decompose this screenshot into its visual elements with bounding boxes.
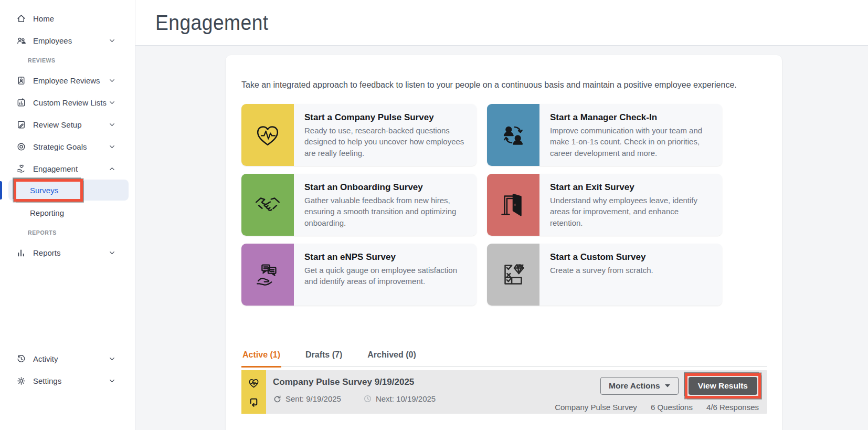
tile-company-pulse-survey[interactable]: Start a Company Pulse Survey Ready to us… <box>241 104 477 166</box>
tile-description: Gather valuable feedback from new hires,… <box>304 195 466 228</box>
sidebar-item-custom-review-lists[interactable]: Custom Review Lists <box>0 91 135 113</box>
sidebar-item-label: Reporting <box>30 208 64 217</box>
tile-enps-survey[interactable]: Start an eNPS Survey Get a quick gauge o… <box>241 244 477 306</box>
review-list-chart-icon <box>16 98 26 108</box>
target-icon <box>16 142 26 152</box>
handshake-icon <box>241 174 294 236</box>
pulse-heart-small-icon <box>247 376 260 390</box>
sidebar-item-engagement[interactable]: Engagement <box>0 158 135 180</box>
sidebar-item-home[interactable]: Home <box>0 7 135 29</box>
response-count: 4/6 Responses <box>706 403 759 412</box>
sidebar-item-label: Engagement <box>33 164 108 173</box>
bar-chart-icon <box>16 248 26 258</box>
view-results-button[interactable]: View Results <box>689 377 757 395</box>
tab-active[interactable]: Active (1) <box>241 345 281 368</box>
tile-title: Start a Manager Check-In <box>550 112 712 123</box>
tab-archived[interactable]: Archived (0) <box>366 345 417 366</box>
sidebar-item-reporting[interactable]: Reporting <box>0 202 135 224</box>
chevron-down-icon <box>108 99 116 107</box>
survey-type-label: Company Pulse Survey <box>555 403 637 412</box>
engagement-card: Take an integrated approach to feedback … <box>226 55 782 430</box>
page-header: Engagement <box>135 0 868 46</box>
chevron-down-icon <box>108 249 116 257</box>
tile-description: Get a quick gauge on employee satisfacti… <box>304 265 466 287</box>
sidebar-item-label: Surveys <box>30 186 58 195</box>
survey-tabs: Active (1) Drafts (7) Archived (0) <box>241 345 767 367</box>
tile-description: Improve communication with your team and… <box>550 125 712 159</box>
refresh-icon <box>273 394 282 403</box>
chevron-down-icon <box>108 377 116 385</box>
clock-icon <box>363 394 372 403</box>
question-count: 6 Questions <box>651 403 693 412</box>
tile-description: Understand why employees leave, identify… <box>550 195 712 228</box>
sidebar: Home Employees REVIEWS Employee Reviews … <box>0 0 135 430</box>
tile-title: Start a Custom Survey <box>550 252 712 263</box>
badge-icon <box>16 76 26 86</box>
exit-door-icon <box>487 174 539 236</box>
tile-title: Start an eNPS Survey <box>304 252 466 263</box>
more-actions-button[interactable]: More Actions <box>600 377 679 395</box>
tile-title: Start a Company Pulse Survey <box>304 112 466 123</box>
sidebar-item-label: Reports <box>33 248 108 257</box>
sidebar-item-label: Employees <box>33 36 108 45</box>
sidebar-item-employees[interactable]: Employees <box>0 29 135 51</box>
chevron-down-icon <box>108 355 116 363</box>
page-title: Engagement <box>155 11 269 35</box>
tab-drafts[interactable]: Drafts (7) <box>304 345 343 366</box>
clipboard-pencil-icon <box>16 120 26 130</box>
chevron-down-icon <box>108 143 116 151</box>
sidebar-item-review-setup[interactable]: Review Setup <box>0 113 135 135</box>
next-date: Next: 10/19/2025 <box>376 394 436 403</box>
sidebar-item-label: Custom Review Lists <box>33 98 108 107</box>
caret-down-icon <box>665 384 670 387</box>
sidebar-item-label: Settings <box>33 376 108 385</box>
tile-description: Create a survey from scratch. <box>550 265 712 276</box>
survey-row-type-strip <box>241 370 266 414</box>
hand-heart-icon <box>16 164 26 174</box>
sidebar-item-reports[interactable]: Reports <box>0 242 135 264</box>
repeat-icon <box>248 396 259 407</box>
tile-exit-survey[interactable]: Start an Exit Survey Understand why empl… <box>487 174 722 236</box>
tile-manager-check-in[interactable]: Start a Manager Check-In Improve communi… <box>487 104 722 166</box>
sidebar-item-label: Employee Reviews <box>33 76 108 85</box>
custom-survey-icon <box>487 244 539 306</box>
sidebar-item-strategic-goals[interactable]: Strategic Goals <box>0 135 135 158</box>
sidebar-item-label: Home <box>33 14 116 23</box>
main-content: Take an integrated approach to feedback … <box>135 46 868 430</box>
enps-feedback-icon <box>241 244 294 306</box>
sidebar-item-employee-reviews[interactable]: Employee Reviews <box>0 69 135 91</box>
pulse-heart-icon <box>241 104 294 166</box>
chevron-down-icon <box>108 77 116 85</box>
people-icon <box>16 36 26 46</box>
home-icon <box>16 14 26 24</box>
sidebar-item-label: Strategic Goals <box>33 142 108 151</box>
sidebar-item-label: Review Setup <box>33 120 108 129</box>
active-nav-indicator <box>0 181 2 200</box>
sidebar-section-reviews: REVIEWS <box>0 51 135 69</box>
survey-start-tiles: Start a Company Pulse Survey Ready to us… <box>241 104 782 306</box>
annotation-box-view-results: View Results <box>685 373 761 398</box>
tile-title: Start an Onboarding Survey <box>304 182 466 193</box>
chevron-down-icon <box>108 37 116 45</box>
sidebar-item-label: Activity <box>33 354 108 363</box>
survey-row[interactable]: Company Pulse Survey 9/19/2025 Sent: 9/1… <box>241 370 767 414</box>
tile-onboarding-survey[interactable]: Start an Onboarding Survey Gather valuab… <box>241 174 477 236</box>
tile-title: Start an Exit Survey <box>550 182 712 193</box>
sidebar-section-reports: REPORTS <box>0 224 135 242</box>
survey-row-title: Company Pulse Survey 9/19/2025 <box>273 377 555 387</box>
chevron-up-icon <box>108 165 116 173</box>
sidebar-item-settings[interactable]: Settings <box>0 370 135 392</box>
gear-icon <box>16 376 26 386</box>
sidebar-item-activity[interactable]: Activity <box>0 348 135 370</box>
sent-date: Sent: 9/19/2025 <box>285 394 341 403</box>
sidebar-item-surveys[interactable]: Surveys <box>8 180 129 201</box>
history-clock-icon <box>16 354 26 364</box>
manager-checkin-icon <box>487 104 539 166</box>
chevron-down-icon <box>108 121 116 129</box>
intro-text: Take an integrated approach to feedback … <box>226 55 782 90</box>
tile-custom-survey[interactable]: Start a Custom Survey Create a survey fr… <box>487 244 722 306</box>
tile-description: Ready to use, research-backed questions … <box>304 125 466 159</box>
